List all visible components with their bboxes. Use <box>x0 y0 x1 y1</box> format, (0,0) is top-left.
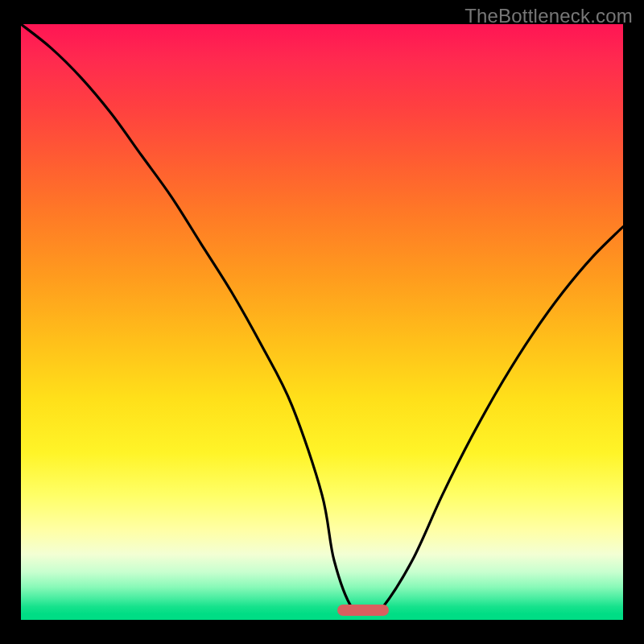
optimal-marker <box>337 605 389 616</box>
curve-svg <box>21 24 623 620</box>
bottleneck-curve <box>21 24 623 614</box>
plot-area <box>21 24 623 620</box>
watermark-text: TheBottleneck.com <box>464 5 633 27</box>
